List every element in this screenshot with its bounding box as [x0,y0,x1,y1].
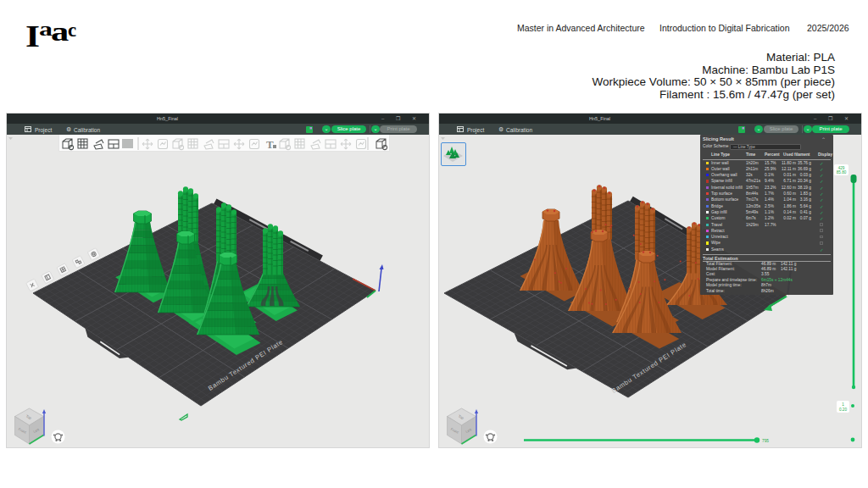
svg-text:85.80: 85.80 [837,170,847,175]
svg-text:1: 1 [842,402,844,407]
svg-text:795: 795 [762,439,769,443]
svg-text:0.20: 0.20 [839,408,847,412]
svg-text:429: 429 [838,166,845,170]
svg-text:T: T [266,138,274,151]
